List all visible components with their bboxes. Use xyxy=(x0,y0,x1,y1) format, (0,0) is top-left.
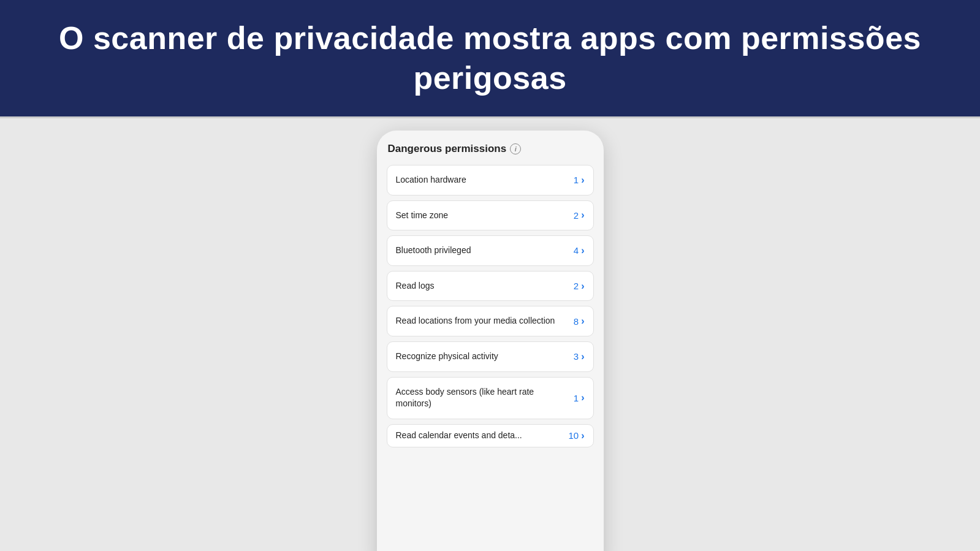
chevron-icon-set-time-zone: › xyxy=(581,210,584,221)
permission-item-access-body-sensors[interactable]: Access body sensors (like heart rate mon… xyxy=(387,377,594,419)
section-title-row: Dangerous permissions i xyxy=(387,143,594,155)
main-area: Dangerous permissions i Location hardwar… xyxy=(0,118,980,551)
permission-item-read-logs[interactable]: Read logs 2 › xyxy=(387,271,594,302)
permission-right-recognize-physical-activity: 3 › xyxy=(574,351,585,362)
permission-label-set-time-zone: Set time zone xyxy=(396,210,568,222)
page-title: O scanner de privacidade mostra apps com… xyxy=(37,18,943,98)
permission-label-access-body-sensors: Access body sensors (like heart rate mon… xyxy=(396,386,568,410)
permission-label-recognize-physical-activity: Recognize physical activity xyxy=(396,351,568,363)
chevron-icon-partial: › xyxy=(581,430,584,441)
permission-count-read-locations-media: 8 xyxy=(574,316,579,327)
permission-count-set-time-zone: 2 xyxy=(574,210,579,221)
phone-frame: Dangerous permissions i Location hardwar… xyxy=(377,131,604,551)
permission-right-bluetooth-privileged: 4 › xyxy=(574,245,585,256)
permission-right-access-body-sensors: 1 › xyxy=(574,392,585,403)
permission-count-read-logs: 2 xyxy=(574,281,579,291)
permission-item-partial[interactable]: Read calendar events and deta... 10 › xyxy=(387,424,594,447)
header-banner: O scanner de privacidade mostra apps com… xyxy=(0,0,980,118)
permission-label-location-hardware: Location hardware xyxy=(396,174,568,186)
chevron-icon-read-logs: › xyxy=(581,281,584,292)
permission-count-recognize-physical-activity: 3 xyxy=(574,351,579,362)
permission-right-read-locations-media: 8 › xyxy=(574,316,585,327)
permission-item-bluetooth-privileged[interactable]: Bluetooth privileged 4 › xyxy=(387,235,594,266)
permission-right-read-logs: 2 › xyxy=(574,281,585,292)
back-button[interactable]: ‹ xyxy=(461,548,465,552)
permission-count-access-body-sensors: 1 xyxy=(574,393,579,403)
permission-label-partial: Read calendar events and deta... xyxy=(396,430,563,442)
chevron-icon-access-body-sensors: › xyxy=(581,392,584,403)
chevron-icon-location-hardware: › xyxy=(581,175,584,186)
permission-item-recognize-physical-activity[interactable]: Recognize physical activity 3 › xyxy=(387,341,594,372)
permission-label-bluetooth-privileged: Bluetooth privileged xyxy=(396,245,568,257)
permission-count-location-hardware: 1 xyxy=(574,175,579,185)
permission-item-set-time-zone[interactable]: Set time zone 2 › xyxy=(387,200,594,231)
permission-right-partial: 10 › xyxy=(568,430,584,441)
permission-count-partial: 10 xyxy=(568,430,579,441)
permission-right-location-hardware: 1 › xyxy=(574,175,585,186)
info-icon[interactable]: i xyxy=(510,143,521,154)
chevron-icon-read-locations-media: › xyxy=(581,316,584,327)
permission-item-location-hardware[interactable]: Location hardware 1 › xyxy=(387,165,594,196)
permission-right-set-time-zone: 2 › xyxy=(574,210,585,221)
chevron-icon-recognize-physical-activity: › xyxy=(581,351,584,362)
permission-label-read-locations-media: Read locations from your media collectio… xyxy=(396,315,568,327)
permission-count-bluetooth-privileged: 4 xyxy=(574,245,579,256)
chevron-icon-bluetooth-privileged: › xyxy=(581,245,584,256)
phone-nav-bar: ‹ xyxy=(377,542,604,551)
permission-label-read-logs: Read logs xyxy=(396,280,568,292)
phone-content: Dangerous permissions i Location hardwar… xyxy=(377,131,604,542)
permissions-list: Location hardware 1 › Set time zone 2 › … xyxy=(387,165,594,536)
section-title: Dangerous permissions xyxy=(388,143,507,155)
permission-item-read-locations-media[interactable]: Read locations from your media collectio… xyxy=(387,306,594,336)
